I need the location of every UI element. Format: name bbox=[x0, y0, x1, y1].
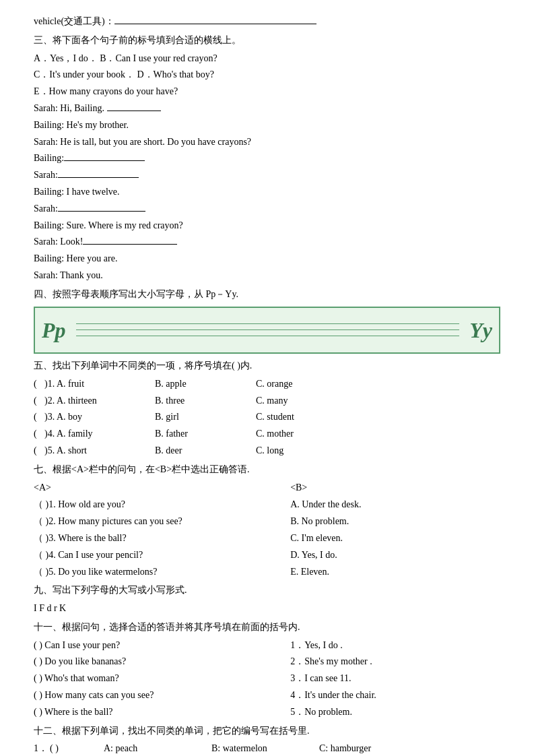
sarah1-line: Sarah: Hi, Bailing. bbox=[34, 100, 500, 117]
sarah1-blank[interactable] bbox=[107, 111, 161, 111]
alpha-lines bbox=[76, 323, 460, 336]
answer: C. I'm eleven. bbox=[290, 530, 500, 546]
alphabet-box: Pp Yy bbox=[34, 307, 500, 354]
paren-open: ( bbox=[34, 443, 44, 459]
paren-open: ( bbox=[34, 409, 44, 425]
options-row3: E．How many crayons do your have? bbox=[34, 84, 500, 100]
list-item: ( )5. A. short B. deer C. long bbox=[34, 443, 500, 459]
section7: 七、根据<A>栏中的问句，在<B>栏中选出正确答语. <A> <B> （ )1.… bbox=[34, 462, 500, 580]
qa-row: （ )5. Do you like watermelons? E. Eleven… bbox=[34, 564, 500, 580]
col-b-label: <B> bbox=[290, 480, 500, 496]
q-col: ( ) Who's that woman? bbox=[34, 670, 290, 687]
question: （ )5. Do you like watermelons? bbox=[34, 564, 290, 580]
sarah6-line: Sarah: Thank you. bbox=[34, 267, 500, 284]
section7-title: 七、根据<A>栏中的问句，在<B>栏中选出正确答语. bbox=[34, 462, 500, 478]
answer: A. Under the desk. bbox=[290, 497, 500, 513]
options-row1: A．Yes，I do． B．Can I use your red crayon? bbox=[34, 51, 500, 67]
item-num: )4. A. family bbox=[44, 426, 155, 442]
vehicle-line: vehicle(交通工具)： bbox=[34, 13, 500, 30]
section4: 四、按照字母表顺序写出大小写字母，从 Pp－Yy. Pp Yy bbox=[34, 286, 500, 354]
question: （ )4. Can I use your pencil? bbox=[34, 547, 290, 563]
item-paren: ( ) bbox=[50, 741, 104, 756]
sarah3-line: Sarah: bbox=[34, 167, 500, 183]
item-b: B. girl bbox=[155, 409, 256, 425]
letters9: I F d r K bbox=[34, 600, 66, 617]
item-c: C. student bbox=[256, 409, 357, 425]
qa-row: （ )2. How many pictures can you see? B. … bbox=[34, 513, 500, 530]
item-b: B: watermelon bbox=[211, 741, 319, 756]
sarah3-blank[interactable] bbox=[58, 177, 139, 178]
paren-open: ( bbox=[34, 393, 44, 409]
item-c: C. orange bbox=[256, 376, 357, 392]
list-item: ( )4. A. family B. father C. mother bbox=[34, 426, 500, 442]
paren-open: ( bbox=[34, 426, 44, 442]
item-b: B. deer bbox=[155, 443, 256, 459]
q-col: ( ) Can I use your pen? bbox=[34, 637, 290, 654]
items7-container: （ )1. How old are you? A. Under the desk… bbox=[34, 497, 500, 579]
section12: 十二、根据下列单词，找出不同类的单词，把它的编号写在括号里. 1． ( ) A:… bbox=[34, 723, 500, 756]
sarah4-line: Sarah: bbox=[34, 201, 500, 217]
paren-open: ( bbox=[34, 376, 44, 392]
section9-title: 九、写出下列字母的大写或小写形式. bbox=[34, 582, 500, 598]
letters9-line: I F d r K bbox=[34, 600, 500, 617]
item-b: B. apple bbox=[155, 376, 256, 392]
vehicle-label: vehicle(交通工具)： bbox=[34, 13, 114, 30]
answer: E. Eleven. bbox=[290, 564, 500, 580]
sarah5-blank[interactable] bbox=[83, 244, 177, 245]
a-col: 5．No problem. bbox=[290, 704, 500, 720]
list-item: ( )3. A. boy B. girl C. student bbox=[34, 409, 500, 425]
options-row2: C．It's under your book． D．Who's that boy… bbox=[34, 67, 500, 83]
sarah4-blank[interactable] bbox=[58, 211, 145, 212]
items12-container: 1． ( ) A: peach B: watermelon C: hamburg… bbox=[34, 741, 500, 756]
question: （ )1. How old are you? bbox=[34, 497, 290, 513]
qa-header: <A> <B> bbox=[34, 480, 500, 496]
bailing4-line: Bailing: Sure. Where is my red crayon? bbox=[34, 218, 500, 234]
match-row: ( ) Do you like bananas? 2．She's my moth… bbox=[34, 654, 500, 670]
item-num: )1. A. fruit bbox=[44, 376, 155, 392]
bailing2-blank[interactable] bbox=[64, 160, 145, 161]
item-c: C: hamburger bbox=[319, 741, 427, 756]
item-b: B. father bbox=[155, 426, 256, 442]
bailing2-line: Bailing: bbox=[34, 150, 500, 166]
section3: 三、将下面各个句子前的标号填到合适的横线上。 A．Yes，I do． B．Can… bbox=[34, 32, 500, 284]
section5: 五、找出下列单词中不同类的一项，将序号填在( )内. ( )1. A. frui… bbox=[34, 358, 500, 459]
section3-title: 三、将下面各个句子前的标号填到合适的横线上。 bbox=[34, 32, 500, 49]
item-num: )5. A. short bbox=[44, 443, 155, 459]
section11-title: 十一、根据问句，选择合适的答语并将其序号填在前面的括号内. bbox=[34, 619, 500, 635]
section4-title: 四、按照字母表顺序写出大小写字母，从 Pp－Yy. bbox=[34, 286, 500, 303]
item-b: B. three bbox=[155, 393, 256, 409]
match-row: ( ) Can I use your pen? 1．Yes, I do . bbox=[34, 637, 500, 654]
match-row: ( ) Where is the ball? 5．No problem. bbox=[34, 704, 500, 720]
items11-container: ( ) Can I use your pen? 1．Yes, I do . ( … bbox=[34, 637, 500, 720]
match-row: ( ) How many cats can you see? 4．It's un… bbox=[34, 687, 500, 703]
qa-row: （ )3. Where is the ball? C. I'm eleven. bbox=[34, 530, 500, 546]
item-c: C. many bbox=[256, 393, 357, 409]
vehicle-underline[interactable] bbox=[114, 24, 316, 24]
item-c: C. long bbox=[256, 443, 357, 459]
item-num: 1． bbox=[34, 741, 50, 756]
item-num: )2. A. thirteen bbox=[44, 393, 155, 409]
section11: 十一、根据问句，选择合适的答语并将其序号填在前面的括号内. ( ) Can I … bbox=[34, 619, 500, 720]
a-col: 2．She's my mother . bbox=[290, 654, 500, 670]
alpha-line-2 bbox=[76, 329, 460, 330]
item-c: C. mother bbox=[256, 426, 357, 442]
answer: D. Yes, I do. bbox=[290, 547, 500, 563]
item-a: A: peach bbox=[104, 741, 211, 756]
q-col: ( ) Where is the ball? bbox=[34, 704, 290, 720]
question: （ )3. Where is the ball? bbox=[34, 530, 290, 546]
col-a-label: <A> bbox=[34, 480, 290, 496]
section9: 九、写出下列字母的大写或小写形式. I F d r K bbox=[34, 582, 500, 617]
items5-container: ( )1. A. fruit B. apple C. orange ( )2. … bbox=[34, 376, 500, 459]
sarah5-line: Sarah: Look! bbox=[34, 234, 500, 250]
question: （ )2. How many pictures can you see? bbox=[34, 513, 290, 530]
bailing1-line: Bailing: He's my brother. bbox=[34, 117, 500, 133]
a-col: 4．It's under the chair. bbox=[290, 687, 500, 703]
bailing5-line: Bailing: Here you are. bbox=[34, 251, 500, 267]
list-item: 1． ( ) A: peach B: watermelon C: hamburg… bbox=[34, 741, 500, 756]
q-col: ( ) Do you like bananas? bbox=[34, 654, 290, 670]
section12-title: 十二、根据下列单词，找出不同类的单词，把它的编号写在括号里. bbox=[34, 723, 500, 739]
answer: B. No problem. bbox=[290, 513, 500, 530]
alpha-right: Yy bbox=[469, 312, 492, 348]
qa-row: （ )4. Can I use your pencil? D. Yes, I d… bbox=[34, 547, 500, 563]
match-row: ( ) Who's that woman? 3．I can see 11. bbox=[34, 670, 500, 687]
